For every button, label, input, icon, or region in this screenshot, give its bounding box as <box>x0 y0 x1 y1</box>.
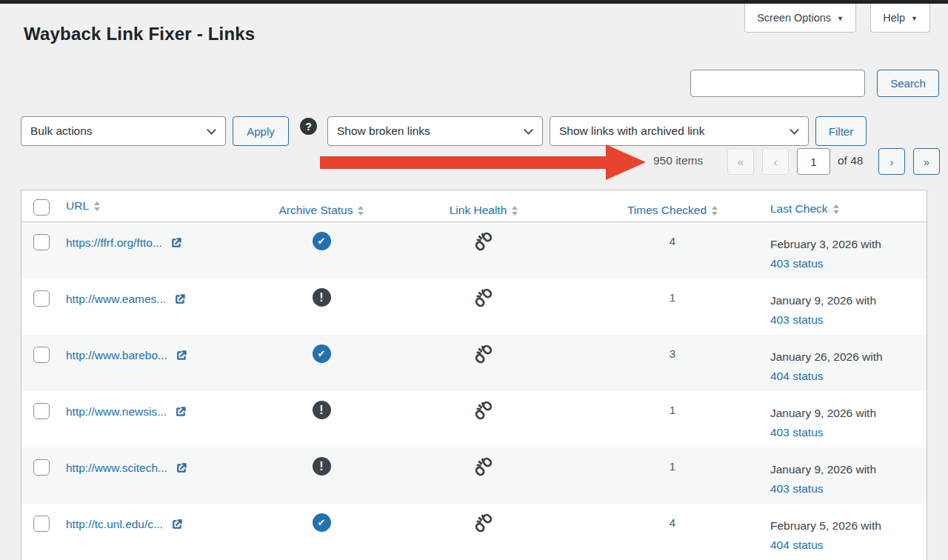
broken-link-icon <box>474 288 493 307</box>
header-archive-status-label: Archive Status <box>279 204 353 217</box>
broken-link-icon <box>474 344 493 364</box>
search-input[interactable] <box>690 70 865 97</box>
red-annotation-arrow <box>320 156 607 169</box>
help-question-icon[interactable]: ? <box>300 118 317 135</box>
external-link-icon[interactable] <box>174 348 189 363</box>
url-link[interactable]: http://tc.unl.edu/c... <box>66 516 163 533</box>
page-title: Wayback Link Fixer - Links <box>24 24 255 44</box>
last-check-date: January 9, 2026 with <box>770 407 876 419</box>
chevron-down-icon: ▼ <box>911 15 918 22</box>
row-checkbox[interactable] <box>33 234 50 250</box>
filter-button[interactable]: Filter <box>815 116 867 146</box>
sort-header-times-checked[interactable]: Times Checked <box>627 199 718 221</box>
table-row: http://www.eames... ! 1 January 9, 2026 … <box>21 279 927 335</box>
sort-header-last-check[interactable]: Last Check <box>770 199 839 219</box>
times-checked-value: 4 <box>580 222 765 279</box>
external-link-icon[interactable] <box>173 292 187 307</box>
broken-link-icon <box>474 232 493 251</box>
table-header-row: URL Archive Status Link Health Times Che… <box>21 190 927 222</box>
sort-arrows-icon <box>833 204 839 214</box>
external-link-icon[interactable] <box>170 517 184 532</box>
apply-button[interactable]: Apply <box>233 116 289 146</box>
last-check-date: January 26, 2026 with <box>770 350 883 363</box>
not-archived-warning-icon: ! <box>313 288 331 307</box>
external-link-icon[interactable] <box>173 404 188 419</box>
status-code-link[interactable]: 403 status <box>770 310 824 330</box>
chevron-down-icon <box>207 125 216 135</box>
help-label: Help <box>883 12 905 24</box>
sort-arrows-icon <box>94 201 100 211</box>
archived-check-icon: ✔ <box>313 232 331 250</box>
archive-filter-value: Show links with archived link <box>559 124 704 138</box>
link-status-filter-value: Show broken links <box>337 124 430 138</box>
url-link[interactable]: http://www.newsis... <box>66 404 167 420</box>
sort-arrows-icon <box>712 206 718 216</box>
header-link-health-label: Link Health <box>450 204 507 217</box>
archived-check-icon: ✔ <box>313 513 331 532</box>
times-checked-value: 1 <box>580 447 765 504</box>
url-link[interactable]: http://www.eames... <box>66 291 166 307</box>
times-checked-value: 1 <box>580 279 765 335</box>
times-checked-value: 1 <box>580 391 765 447</box>
links-table: URL Archive Status Link Health Times Che… <box>21 190 927 560</box>
chevron-down-icon: ▼ <box>837 15 844 22</box>
last-check-date: February 5, 2026 with <box>770 519 881 532</box>
header-times-checked-label: Times Checked <box>627 204 707 217</box>
url-link[interactable]: http://www.scitech... <box>66 460 167 476</box>
last-page-button[interactable]: » <box>913 148 940 175</box>
broken-link-icon <box>474 457 493 476</box>
status-code-link[interactable]: 404 status <box>770 367 824 386</box>
status-code-link[interactable]: 403 status <box>770 479 824 499</box>
current-page-input[interactable] <box>797 148 830 175</box>
sort-arrows-icon <box>358 206 364 216</box>
sort-header-url[interactable]: URL <box>66 199 100 213</box>
total-pages-label: of 48 <box>838 154 863 167</box>
search-button[interactable]: Search <box>877 70 939 97</box>
status-code-link[interactable]: 403 status <box>770 423 824 442</box>
url-link[interactable]: https://ffrf.org/ftto... <box>66 235 162 251</box>
chevron-down-icon <box>524 125 533 135</box>
external-link-icon[interactable] <box>174 461 189 476</box>
bulk-actions-select[interactable]: Bulk actions <box>21 116 226 146</box>
table-row: http://www.newsis... ! 1 January 9, 2026… <box>21 391 927 447</box>
times-checked-value: 4 <box>580 504 765 560</box>
sort-arrows-icon <box>512 206 518 216</box>
row-checkbox[interactable] <box>33 347 50 363</box>
row-checkbox[interactable] <box>33 516 50 532</box>
previous-page-button[interactable]: ‹ <box>762 148 789 175</box>
url-link[interactable]: http://www.barebo... <box>66 347 167 364</box>
total-items-count: 950 items <box>653 154 703 167</box>
broken-link-icon <box>474 401 493 420</box>
screen-options-label: Screen Options <box>757 12 831 24</box>
sort-header-archive-status[interactable]: Archive Status <box>279 199 364 221</box>
last-check-date: January 9, 2026 with <box>770 294 876 307</box>
first-page-button[interactable]: « <box>727 148 754 175</box>
row-checkbox[interactable] <box>33 290 50 307</box>
status-code-link[interactable]: 403 status <box>770 254 824 273</box>
wayback-link-fixer-page: Screen Options ▼ Help ▼ Wayback Link Fix… <box>0 0 948 560</box>
next-page-button[interactable]: › <box>878 148 905 175</box>
row-checkbox[interactable] <box>33 459 50 476</box>
last-check-date: February 3, 2026 with <box>770 238 881 250</box>
external-link-icon[interactable] <box>169 236 184 250</box>
select-all-checkbox[interactable] <box>33 199 50 216</box>
table-row: http://www.scitech... ! 1 January 9, 202… <box>21 447 927 504</box>
times-checked-value: 3 <box>580 335 765 391</box>
archive-filter-select[interactable]: Show links with archived link <box>550 116 809 146</box>
row-checkbox[interactable] <box>33 403 50 419</box>
not-archived-warning-icon: ! <box>313 401 331 419</box>
header-last-check-label: Last Check <box>770 199 828 219</box>
chevron-down-icon <box>790 125 799 135</box>
bulk-actions-value: Bulk actions <box>30 124 93 138</box>
table-row: https://ffrf.org/ftto... ✔ 4 February 3,… <box>21 222 927 279</box>
sort-header-link-health[interactable]: Link Health <box>450 199 518 221</box>
table-row: http://www.barebo... ✔ 3 January 26, 202… <box>21 335 927 391</box>
screen-options-tab[interactable]: Screen Options ▼ <box>744 4 856 33</box>
link-status-filter-select[interactable]: Show broken links <box>327 116 543 146</box>
status-code-link[interactable]: 404 status <box>770 536 824 555</box>
header-url-label: URL <box>66 199 89 213</box>
red-annotation-arrow-head <box>606 144 646 180</box>
last-check-date: January 9, 2026 with <box>770 463 876 476</box>
help-tab[interactable]: Help ▼ <box>870 4 930 33</box>
table-row: http://tc.unl.edu/c... ✔ 4 February 5, 2… <box>21 504 927 560</box>
